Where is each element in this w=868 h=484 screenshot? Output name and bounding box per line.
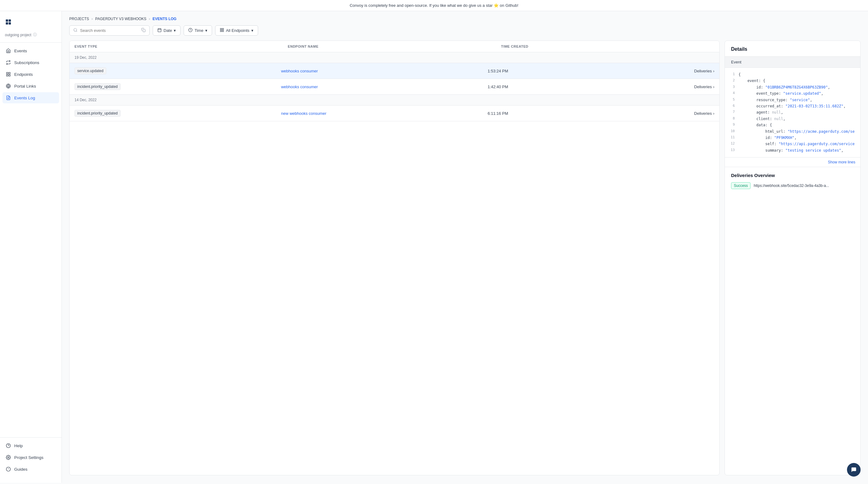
events-table: EVENT TYPE ENDPOINT NAME TIME CREATED 19… — [69, 40, 720, 475]
show-more-lines[interactable]: Show more lines — [725, 158, 860, 167]
code-line-1: 1 { — [725, 72, 860, 78]
chat-button[interactable] — [847, 463, 861, 477]
sidebar-item-guides[interactable]: Guides — [2, 463, 59, 475]
chevron-right-icon: › — [713, 84, 714, 89]
project-badge-label: outgoing project — [5, 33, 31, 37]
time-filter-button[interactable]: Time ▾ — [184, 25, 212, 36]
svg-rect-29 — [222, 30, 223, 32]
info-icon: ⓘ — [33, 32, 37, 37]
event-type-cell: service.updated — [74, 67, 281, 74]
svg-rect-20 — [143, 29, 145, 32]
date-filter-label: Date — [163, 28, 172, 33]
table-row[interactable]: incident.priority_updated webhooks consu… — [69, 79, 719, 95]
endpoint-cell: new webhooks consumer — [281, 111, 488, 116]
endpoint-link[interactable]: new webhooks consumer — [281, 111, 327, 116]
project-badge: outgoing project ⓘ — [0, 30, 62, 43]
sidebar-item-label: Subscriptions — [14, 60, 39, 65]
endpoint-link[interactable]: webhooks consumer — [281, 84, 318, 89]
sidebar-bottom: Help Project Settings Guides — [0, 437, 62, 478]
sidebar-item-portal-links[interactable]: Portal Links — [2, 81, 59, 92]
sidebar-item-events-log[interactable]: Events Log — [2, 92, 59, 103]
event-type-badge: service.updated — [74, 67, 106, 74]
clock-icon — [188, 28, 193, 33]
endpoints-icon — [6, 72, 11, 77]
svg-rect-27 — [222, 28, 223, 30]
code-line-2: 2 event: { — [725, 78, 860, 84]
svg-line-19 — [76, 31, 77, 32]
code-line-8: 8 client: null, — [725, 116, 860, 122]
details-panel: Details Event 1 { 2 event: { 3 id: "01BR… — [724, 40, 861, 475]
event-type-cell: incident.priority_updated — [74, 110, 281, 117]
col-endpoint-name: ENDPOINT NAME — [288, 45, 501, 48]
deliveries-button[interactable]: Deliveries › — [694, 69, 714, 73]
details-event-tab[interactable]: Event — [725, 57, 860, 68]
sidebar-item-help[interactable]: Help — [2, 440, 59, 451]
date-group-dec19: 19 Dec, 2022 — [69, 52, 719, 63]
table-row[interactable]: service.updated webhooks consumer 1:53:2… — [69, 63, 719, 79]
svg-rect-1 — [9, 20, 11, 22]
svg-rect-4 — [6, 73, 8, 74]
endpoint-cell: webhooks consumer — [281, 84, 488, 89]
date-group-dec14: 14 Dec, 2022 — [69, 95, 719, 106]
svg-rect-26 — [220, 28, 222, 30]
event-type-cell: incident.priority_updated — [74, 83, 281, 90]
search-icon — [73, 28, 78, 33]
time-filter-label: Time — [194, 28, 203, 33]
sidebar-item-events[interactable]: Events — [2, 45, 59, 56]
eventslog-icon — [6, 95, 11, 101]
svg-rect-2 — [6, 22, 8, 24]
top-banner: Convoy is completely free and open-sourc… — [0, 0, 868, 11]
search-box[interactable] — [69, 25, 150, 36]
endpoints-filter-label: All Endpoints — [226, 28, 249, 33]
chevron-down-icon: ▾ — [205, 28, 208, 33]
breadcrumb-pagerduty[interactable]: PAGERDUTY V3 WEBHOOKS — [95, 17, 147, 21]
settings-icon — [6, 455, 11, 460]
endpoint-cell: webhooks consumer — [281, 68, 488, 73]
delivery-item: Success https://webhook.site/5cedac32-3e… — [731, 182, 854, 189]
sidebar-item-label: Help — [14, 444, 23, 448]
sidebar-item-label: Endpoints — [14, 72, 33, 77]
endpoints-filter-button[interactable]: All Endpoints ▾ — [215, 25, 258, 36]
code-line-3: 3 id: "01BRB6ZP4M6T8ZG4X6BP63ZB90", — [725, 84, 860, 90]
deliveries-button[interactable]: Deliveries › — [694, 84, 714, 89]
breadcrumb-projects[interactable]: PROJECTS — [69, 17, 89, 21]
sidebar-item-label: Events Log — [14, 96, 35, 100]
deliveries-button[interactable]: Deliveries › — [694, 111, 714, 116]
deliveries-overview-title: Deliveries Overview — [731, 173, 854, 178]
deliveries-overview: Deliveries Overview Success https://webh… — [725, 167, 860, 193]
breadcrumb-sep-1: › — [92, 17, 93, 21]
code-line-4: 4 event_type: "service.updated", — [725, 90, 860, 96]
help-icon — [6, 443, 11, 448]
search-input[interactable] — [80, 28, 139, 33]
code-line-6: 6 occurred_at: "2021-03-02T13:35:11.682Z… — [725, 103, 860, 109]
home-icon — [6, 48, 11, 54]
sidebar-item-label: Guides — [14, 467, 28, 472]
svg-rect-28 — [220, 30, 222, 32]
code-line-11: 11 id: "PF9KMXH", — [725, 135, 860, 141]
sidebar-item-project-settings[interactable]: Project Settings — [2, 452, 59, 463]
code-line-5: 5 resource_type: "service", — [725, 97, 860, 103]
svg-rect-7 — [9, 75, 10, 76]
svg-point-18 — [74, 28, 77, 31]
sidebar-item-subscriptions[interactable]: Subscriptions — [2, 57, 59, 68]
main-content: PROJECTS › PAGERDUTY V3 WEBHOOKS › EVENT… — [62, 11, 868, 483]
table-row[interactable]: incident.priority_updated new webhooks c… — [69, 106, 719, 121]
sidebar-item-label: Project Settings — [14, 455, 43, 460]
col-time-created: TIME CREATED — [501, 45, 714, 48]
code-line-13: 13 summary: "testing service updates", — [725, 147, 860, 153]
code-line-10: 10 html_url: "https://acme.pagerduty.com… — [725, 129, 860, 135]
success-badge: Success — [731, 182, 750, 189]
breadcrumb-events-log: EVENTS LOG — [153, 17, 177, 21]
time-cell: 1:42:40 PM — [488, 84, 694, 89]
chevron-down-icon: ▾ — [251, 28, 253, 33]
date-filter-button[interactable]: Date ▾ — [153, 25, 181, 36]
svg-point-14 — [8, 457, 9, 458]
code-line-12: 12 self: "https://api.pagerduty.com/serv… — [725, 141, 860, 147]
sidebar-item-endpoints[interactable]: Endpoints — [2, 69, 59, 80]
copy-icon[interactable] — [141, 28, 146, 33]
code-line-7: 7 agent: null, — [725, 109, 860, 115]
guides-icon — [6, 466, 11, 472]
endpoint-link[interactable]: webhooks consumer — [281, 69, 318, 73]
chevron-right-icon: › — [713, 69, 714, 73]
table-header: EVENT TYPE ENDPOINT NAME TIME CREATED — [69, 41, 719, 52]
